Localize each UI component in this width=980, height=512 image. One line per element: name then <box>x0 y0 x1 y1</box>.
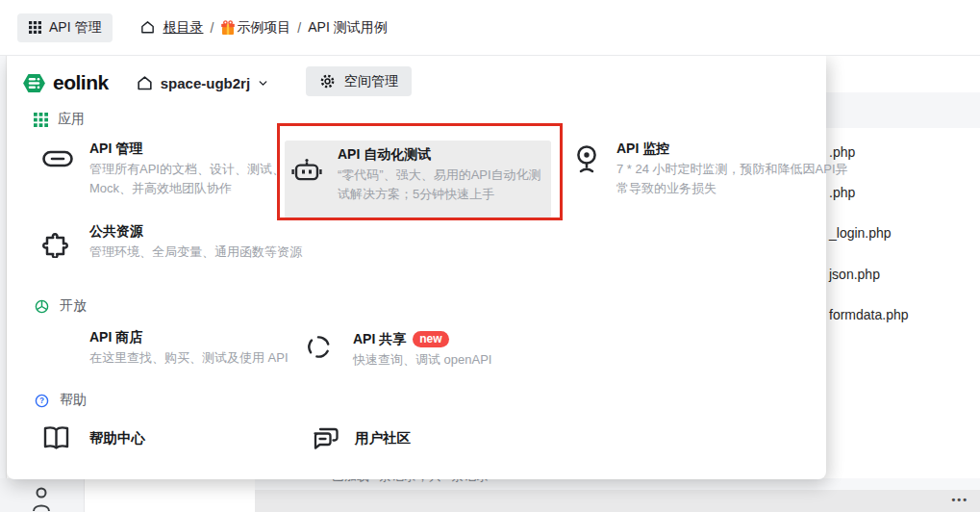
chevron-down-icon <box>257 77 269 90</box>
page-left-edge <box>0 56 7 512</box>
item-desc: “零代码”、强大、易用的API自动化测试解决方案；5分钟快速上手 <box>338 166 553 204</box>
workspace-selector[interactable]: space-ugb2rj <box>136 74 269 92</box>
file-row[interactable]: _login.php <box>829 225 892 242</box>
item-desc: 快速查询、调试 openAPI <box>353 350 492 370</box>
background-content-gap <box>86 478 255 512</box>
workspace-name: space-ugb2rj <box>161 75 250 91</box>
top-bar: API 管理 根目录 / 示例项目 / API 测试用例 <box>0 0 980 56</box>
apps-grid-icon <box>34 113 48 127</box>
breadcrumb-separator: / <box>297 20 301 36</box>
item-title: 帮助中心 <box>89 428 145 448</box>
menu-item-api-manage[interactable]: API 管理 管理所有API的文档、设计、测试、Mock、并高效地团队协作 <box>41 139 320 198</box>
eolink-logo-icon <box>21 70 47 96</box>
gift-icon <box>220 20 236 36</box>
svg-text:?: ? <box>39 397 44 405</box>
item-title: 用户社区 <box>355 428 411 448</box>
breadcrumb-current-page: API 测试用例 <box>308 19 387 37</box>
item-title: API 商店 <box>89 327 289 346</box>
section-help: ? 帮助 <box>34 392 87 409</box>
bottom-left-rail <box>0 478 85 512</box>
background-file-list: .php .php _login.php json.php formdata.p… <box>826 56 980 478</box>
question-circle-icon: ? <box>34 393 50 409</box>
breadcrumb: 根目录 / 示例项目 / API 测试用例 <box>139 19 387 37</box>
breadcrumb-root-link[interactable]: 根目录 <box>163 19 203 37</box>
item-title: API 共享 <box>353 329 406 348</box>
section-open-label: 开放 <box>60 297 87 315</box>
file-row[interactable]: json.php <box>829 267 880 283</box>
space-manage-button[interactable]: 空间管理 <box>306 66 412 96</box>
breadcrumb-project-label: 示例项目 <box>237 19 290 37</box>
section-apps: 应用 <box>34 111 85 128</box>
app-switcher-button[interactable]: API 管理 <box>17 13 113 42</box>
chat-bubbles-icon <box>311 425 355 451</box>
file-row[interactable]: formdata.php <box>829 307 909 323</box>
puzzle-icon <box>41 227 89 262</box>
new-badge: new <box>413 331 448 347</box>
item-desc: 管理环境、全局变量、通用函数等资源 <box>89 243 302 262</box>
file-list-header-band <box>826 92 980 128</box>
home-icon <box>139 19 156 36</box>
item-title: API 自动化测试 <box>338 144 553 164</box>
gear-icon <box>319 73 336 90</box>
home-icon <box>136 74 154 92</box>
section-help-label: 帮助 <box>60 392 87 409</box>
menu-item-api-auto-test[interactable]: API 自动化测试 “零代码”、强大、易用的API自动化测试解决方案；5分钟快速… <box>291 144 553 204</box>
book-icon <box>41 424 89 451</box>
eolink-logo-text: eolink <box>53 71 109 94</box>
breadcrumb-separator: / <box>210 20 214 36</box>
more-menu-button[interactable]: ••• <box>951 494 968 505</box>
grid-icon <box>29 21 41 34</box>
item-title: API 监控 <box>616 139 848 158</box>
globe-icon <box>34 298 50 315</box>
monitor-cam-icon <box>574 144 616 198</box>
section-apps-label: 应用 <box>58 111 85 128</box>
menu-item-api-monitor[interactable]: API 监控 7 * 24 小时定时监测，预防和降低因API异常导致的业务损失 <box>574 139 848 198</box>
item-title: 公共资源 <box>89 221 302 241</box>
space-manage-label: 空间管理 <box>344 73 398 90</box>
robot-icon <box>291 158 338 204</box>
api-link-icon <box>41 144 89 198</box>
background-toolbar: ••• <box>255 490 980 512</box>
app-switcher-label: API 管理 <box>49 19 101 37</box>
app-switcher-panel: eolink space-ugb2rj 空间管理 应用 API 管理 <box>7 56 826 479</box>
menu-item-api-share[interactable]: API 共享 new 快速查询、调试 openAPI <box>305 329 574 370</box>
breadcrumb-project-link[interactable]: 示例项目 <box>220 19 290 37</box>
menu-item-user-community[interactable]: 用户社区 <box>311 422 411 454</box>
item-desc: 7 * 24 小时定时监测，预防和降低因API异常导致的业务损失 <box>616 160 848 198</box>
item-desc: 在这里查找、购买、测试及使用 API <box>89 348 289 368</box>
section-open: 开放 <box>34 297 87 315</box>
menu-item-public-resource[interactable]: 公共资源 管理环境、全局变量、通用函数等资源 <box>41 221 320 262</box>
share-loop-icon <box>305 333 353 370</box>
menu-item-help-center[interactable]: 帮助中心 <box>41 422 145 454</box>
